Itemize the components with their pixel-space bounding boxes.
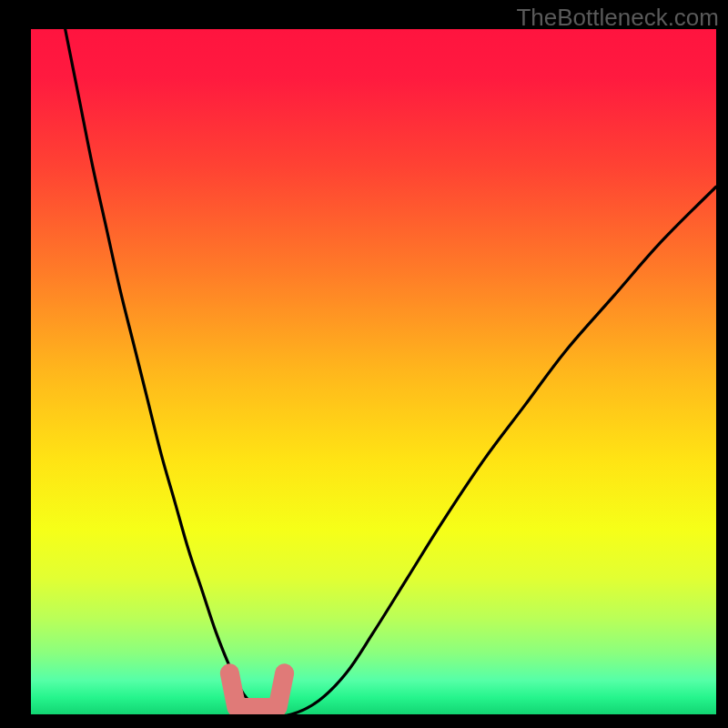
watermark-label: TheBottleneck.com [516, 4, 719, 32]
bottleneck-chart [0, 0, 728, 728]
chart-plot-area [31, 29, 716, 714]
